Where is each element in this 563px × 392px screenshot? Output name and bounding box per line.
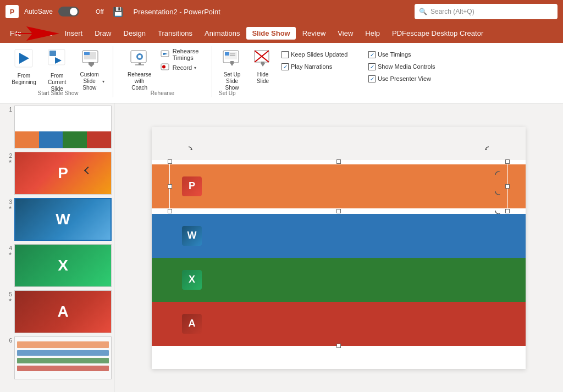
play-narrations-checkbox[interactable] [282, 63, 289, 70]
custom-slideshow-arrow: ▾ [102, 79, 104, 84]
btn-custom-slideshow[interactable]: Custom SlideShow ▾ [75, 46, 108, 88]
slide-img-5[interactable]: A [14, 290, 112, 333]
btn-rehearse-timings[interactable]: RehearseTimings [157, 48, 202, 60]
slide-canvas[interactable]: P [152, 127, 526, 369]
slide-star-4: ★ [8, 251, 12, 256]
menu-file[interactable]: File [4, 27, 27, 40]
menu-insert[interactable]: Insert [59, 27, 89, 40]
use-presenter-label: Use Presenter View [378, 75, 431, 82]
checkboxes-col1: Keep Slides Updated Play Narrations [277, 46, 365, 75]
rotate-handle-tr[interactable] [485, 146, 493, 156]
menu-review[interactable]: Review [297, 27, 332, 40]
app-icon-p: P [182, 176, 202, 196]
slide-num-2: 2 [3, 152, 12, 159]
slide-img-6[interactable] [14, 336, 112, 379]
handle-bl[interactable] [168, 209, 172, 213]
ribbon-group-setup: Set UpSlide Show HideSlide [212, 46, 560, 97]
slide-thumb-5[interactable]: 5 ★ A [2, 290, 112, 333]
handle-tr[interactable] [505, 159, 510, 164]
ribbon: FromBeginning FromCurrent Slide [0, 43, 563, 103]
record-icon [161, 62, 170, 74]
rehearse-timings-icon [161, 49, 170, 60]
slide-img-2[interactable]: P [14, 152, 112, 195]
slide-thumb-6[interactable]: 6 [2, 336, 112, 379]
setup-slideshow-icon [222, 48, 242, 70]
group-setup-label: Set Up [216, 88, 556, 97]
menu-view[interactable]: View [332, 27, 358, 40]
menu-home[interactable]: Home [28, 27, 58, 40]
slide-thumb-1[interactable]: 1 [2, 106, 112, 148]
search-icon: 🔍 [419, 8, 427, 15]
menu-pdfescape[interactable]: PDFescape Desktop Creator [387, 27, 489, 40]
ribbon-group-rehearse: Rehearsewith Coach RehearseTimings [113, 46, 212, 97]
content-row-red: A [152, 302, 526, 346]
slide-star-3: ★ [8, 205, 12, 210]
slide-star-2: ★ [8, 159, 12, 164]
from-beginning-label: FromBeginning [12, 73, 36, 86]
btn-from-beginning[interactable]: FromBeginning [8, 46, 39, 88]
menu-design[interactable]: Design [118, 27, 151, 40]
menu-help[interactable]: Help [360, 27, 385, 40]
app-icon-x: X [182, 270, 202, 290]
slide-img-3[interactable]: W [14, 198, 112, 241]
rotate-handle-right-1[interactable] [495, 171, 503, 180]
btn-setup-slideshow[interactable]: Set UpSlide Show [216, 46, 249, 88]
slide-panel[interactable]: 1 2 ★ P 3 [0, 103, 114, 392]
svg-rect-27 [230, 61, 234, 63]
btn-hide-slide[interactable]: HideSlide [250, 46, 276, 88]
use-presenter-checkbox[interactable] [368, 75, 376, 82]
menu-animations[interactable]: Animations [199, 27, 245, 40]
use-timings-label: Use Timings [378, 51, 411, 58]
slide-thumb-3[interactable]: 3 ★ W [2, 198, 112, 241]
svg-rect-9 [84, 52, 90, 55]
handle-tl[interactable] [168, 159, 172, 164]
btn-from-current[interactable]: FromCurrent Slide [41, 46, 74, 88]
slide-img-1[interactable] [14, 106, 112, 148]
checkbox-keep-updated[interactable]: Keep Slides Updated [282, 48, 361, 60]
svg-rect-5 [49, 51, 56, 56]
hide-slide-icon [253, 48, 273, 70]
show-media-checkbox[interactable] [368, 63, 376, 70]
menu-slideshow[interactable]: Slide Show [246, 27, 295, 40]
slide-num-1: 1 [3, 106, 12, 113]
search-placeholder: Search (Alt+Q) [430, 8, 474, 15]
btn-record[interactable]: Record ▾ [157, 62, 202, 74]
checkbox-play-narrations[interactable]: Play Narrations [282, 60, 361, 73]
ribbon-group-start-slideshow: FromBeginning FromCurrent Slide [3, 46, 113, 97]
app-icon-w: W [182, 226, 202, 246]
checkbox-use-timings[interactable]: Use Timings [368, 48, 452, 60]
record-label: Record [173, 64, 192, 71]
keep-updated-checkbox[interactable] [282, 51, 289, 58]
custom-slideshow-icon [81, 48, 101, 70]
group-setup-buttons: Set UpSlide Show HideSlide [216, 46, 556, 88]
handle-bm[interactable] [336, 209, 341, 213]
slide-top-bg [152, 127, 526, 160]
autosave-toggle[interactable] [58, 7, 79, 16]
svg-rect-32 [261, 62, 264, 63]
slide-num-5: 5 [3, 290, 12, 297]
use-timings-checkbox[interactable] [368, 51, 376, 58]
menu-transitions[interactable]: Transitions [152, 27, 198, 40]
slide-img-4[interactable]: X [14, 244, 112, 287]
handle-bottom-center[interactable] [336, 344, 341, 348]
content-row-blue: W [152, 214, 526, 258]
slide-star-5: ★ [8, 297, 12, 302]
slide-num-4: 4 [3, 244, 12, 251]
group-rehearse-label: Rehearse [117, 88, 208, 97]
checkbox-use-presenter[interactable]: Use Presenter View [368, 73, 452, 85]
search-bar[interactable]: 🔍 Search (Alt+Q) [415, 4, 558, 19]
svg-rect-23 [225, 52, 229, 56]
slide-thumb-4[interactable]: 4 ★ X [2, 244, 112, 287]
slide-thumb-2[interactable]: 2 ★ P [2, 152, 112, 195]
handle-br[interactable] [505, 209, 510, 213]
save-icon[interactable]: 💾 [113, 7, 124, 17]
autosave-knob [70, 8, 78, 15]
window-title: Presentation2 - PowerPoint [134, 8, 409, 16]
rotate-handle-tl[interactable] [185, 146, 192, 156]
rotate-handle-right-2[interactable] [495, 187, 503, 197]
btn-rehearse-coach[interactable]: Rehearsewith Coach [123, 46, 156, 88]
checkbox-show-media[interactable]: Show Media Controls [368, 60, 452, 73]
menu-draw[interactable]: Draw [89, 27, 117, 40]
svg-marker-26 [230, 63, 234, 66]
handle-tm[interactable] [336, 159, 341, 164]
